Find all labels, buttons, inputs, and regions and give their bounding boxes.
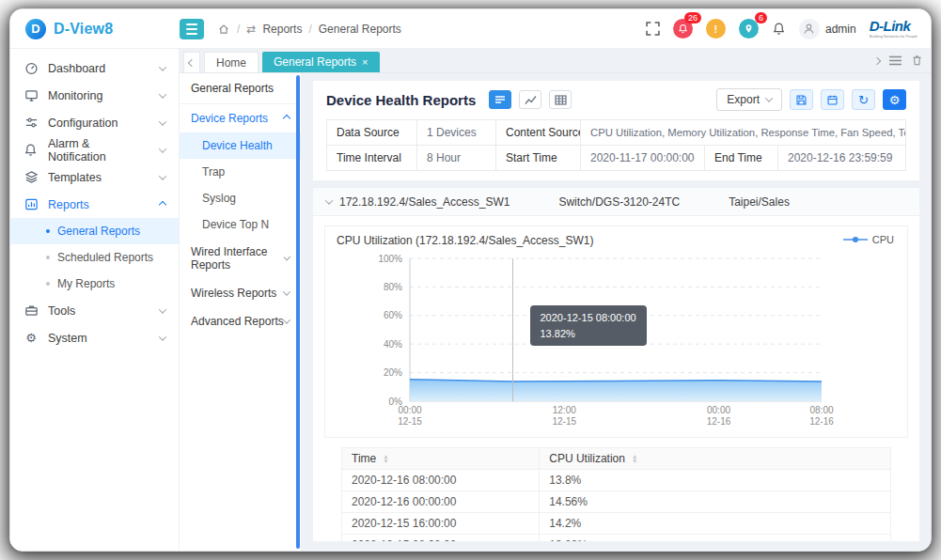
sidebar-item-tools[interactable]: Tools (10, 297, 179, 324)
alarm-status-icon[interactable]: 26 (673, 19, 693, 39)
nav-group-wireless-reports[interactable]: Wireless Reports (180, 279, 301, 307)
sidebar-item-label: Dashboard (48, 62, 105, 75)
nav-group-wired-interface-reports[interactable]: Wired Interface Reports (180, 238, 301, 279)
sidebar-item-configuration[interactable]: Configuration (10, 109, 179, 136)
sidebar-item-alarm-notification[interactable]: Alarm & Notification (10, 136, 179, 163)
sidebar-item-dashboard[interactable]: Dashboard (10, 54, 179, 82)
info-value: 8 Hour (417, 145, 496, 170)
table-row[interactable]: 2020-12-16 08:00:0013.8% (342, 470, 891, 491)
device-section-header[interactable]: 172.18.192.4/Sales_Access_SW1 Switch/DGS… (313, 188, 919, 216)
cpu-utilization-chart: 0%20%40%60%80%100%00:0012-1512:0012-1500… (337, 247, 882, 431)
cpu-chart-panel: CPU Utilization (172.18.192.4/Sales_Acce… (324, 226, 908, 438)
alarm-count-badge: 26 (684, 12, 701, 23)
column-header-cpu[interactable]: CPU Utilization▲▼ (540, 448, 891, 470)
tab-general-reports[interactable]: General Reports × (262, 52, 379, 72)
svg-text:100%: 100% (378, 254, 402, 264)
sidebar-subitem-label: My Reports (57, 277, 115, 290)
home-icon[interactable] (217, 23, 230, 36)
svg-text:12-15: 12-15 (552, 416, 576, 427)
tab-scroll-right-icon[interactable] (873, 56, 881, 64)
fullscreen-icon[interactable] (646, 22, 660, 36)
user-menu[interactable]: admin (799, 19, 856, 39)
svg-text:12-15: 12-15 (398, 416, 422, 427)
sidebar-item-scheduled-reports[interactable]: Scheduled Reports (10, 244, 179, 271)
table-row[interactable]: 2020-12-16 00:00:0014.56% (342, 491, 891, 513)
tab-scroll-left-button[interactable] (183, 52, 200, 72)
dlink-logo: D-Link Building Networks for People (870, 19, 917, 39)
bullet-dot-icon (46, 229, 50, 233)
collapse-menu-button[interactable] (180, 19, 204, 39)
nav-item-syslog[interactable]: Syslog (180, 185, 301, 211)
chart-legend[interactable]: CPU (843, 234, 894, 245)
tab-home[interactable]: Home (204, 52, 259, 72)
sidebar-subitem-label: Scheduled Reports (57, 251, 153, 264)
configuration-icon (24, 116, 39, 130)
sidebar-subitem-label: General Reports (57, 225, 140, 238)
nav-item-device-health[interactable]: Device Health (180, 132, 301, 159)
sidebar-item-reports[interactable]: Reports (10, 191, 179, 218)
sort-icon[interactable]: ▲▼ (383, 454, 388, 463)
sidebar-item-general-reports[interactable]: General Reports (10, 218, 179, 244)
sidebar-item-templates[interactable]: Templates (10, 163, 179, 191)
chevron-down-icon (765, 94, 773, 101)
tab-strip-actions (874, 49, 923, 72)
dview-logo-icon: D (25, 19, 46, 39)
breadcrumb: / ⇄ Reports / General Reports (217, 23, 401, 36)
chevron-down-icon (159, 333, 166, 340)
breadcrumb-separator: / (308, 23, 311, 36)
nav-group-device-reports[interactable]: Device Reports (180, 104, 301, 132)
card-view-toggle-button[interactable] (489, 90, 511, 109)
breadcrumb-page: General Reports (319, 23, 401, 36)
tools-icon (24, 303, 39, 318)
svg-text:20%: 20% (384, 367, 402, 378)
gear-icon: ⚙ (24, 331, 39, 345)
sidebar-item-monitoring[interactable]: Monitoring (10, 82, 179, 109)
report-settings-button[interactable]: ⚙ (883, 89, 906, 110)
sort-icon[interactable]: ▲▼ (632, 454, 637, 463)
chart-view-toggle-button[interactable] (519, 90, 541, 109)
notification-bell-icon[interactable] (772, 22, 786, 36)
info-label: Start Time (496, 145, 581, 170)
monitoring-icon (24, 88, 39, 102)
discovery-status-icon[interactable]: 6 (739, 19, 759, 39)
alarm-bell-icon (24, 143, 39, 157)
chevron-down-icon (159, 90, 166, 98)
info-value: 1 Devices (417, 120, 496, 145)
close-tab-icon[interactable]: × (362, 57, 368, 68)
close-all-tabs-icon[interactable] (911, 54, 923, 67)
svg-text:60%: 60% (384, 310, 402, 320)
svg-text:80%: 80% (384, 282, 402, 292)
app-window: D D-View8 / ⇄ Reports / General Reports … (9, 8, 932, 552)
nav-item-device-top-n[interactable]: Device Top N (180, 211, 301, 238)
info-label: End Time (705, 145, 778, 170)
info-value: 2020-11-17 00:00:00 (581, 145, 705, 170)
column-header-time[interactable]: Time▲▼ (342, 448, 540, 470)
tab-list-icon[interactable] (889, 55, 902, 66)
svg-text:00:00: 00:00 (398, 405, 421, 415)
schedule-calendar-button[interactable] (821, 89, 844, 110)
sidebar-item-my-reports[interactable]: My Reports (10, 271, 179, 297)
menu-icon (186, 23, 197, 35)
nav-item-trap[interactable]: Trap (180, 159, 301, 185)
bullet-dot-icon (46, 256, 50, 259)
info-label: Content Source (496, 120, 581, 145)
nav-group-advanced-reports[interactable]: Advanced Reports (180, 307, 301, 335)
warning-status-icon[interactable]: ! (706, 19, 726, 39)
bullet-dot-icon (46, 282, 50, 286)
cpu-data-table-wrap: Time▲▼ CPU Utilization▲▼ 2020-12-16 08:0… (341, 447, 891, 541)
svg-text:08:00: 08:00 (809, 405, 833, 415)
table-row[interactable]: 2020-12-15 08:00:0013.82% (342, 535, 891, 542)
save-report-button[interactable] (790, 89, 813, 110)
table-row[interactable]: 2020-12-15 16:00:0014.2% (342, 513, 891, 535)
collapse-section-icon[interactable] (325, 196, 333, 204)
breadcrumb-section[interactable]: Reports (262, 23, 302, 36)
nav-panel-scrollbar[interactable] (296, 75, 300, 549)
device-report-card: 172.18.192.4/Sales_Access_SW1 Switch/DGS… (313, 188, 919, 541)
chevron-left-icon (188, 58, 196, 66)
table-view-toggle-button[interactable] (549, 90, 572, 109)
refresh-button[interactable]: ↻ (852, 89, 875, 110)
export-button[interactable]: Export (716, 88, 782, 111)
info-label: Data Source (327, 120, 417, 145)
sidebar-item-system[interactable]: ⚙ System (10, 324, 179, 351)
brand-name: D-View8 (54, 21, 113, 38)
